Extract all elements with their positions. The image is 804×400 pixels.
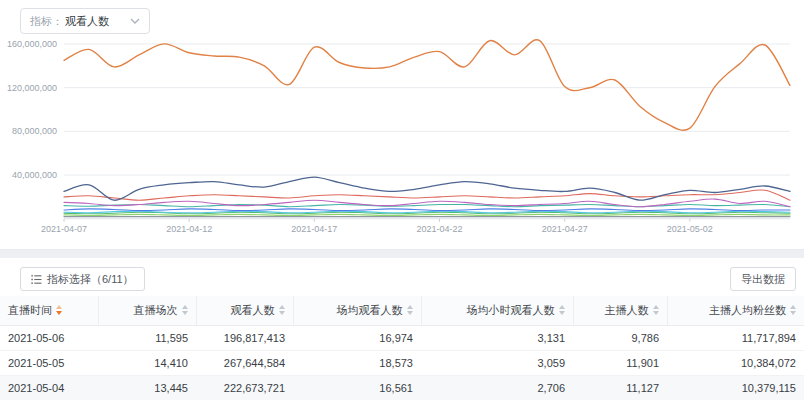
metric-dropdown-value: 观看人数: [65, 14, 130, 29]
sort-icon[interactable]: [407, 305, 413, 315]
table-toolbar: 指标选择（6/11） 导出数据: [0, 258, 804, 296]
column-header-6[interactable]: 主播人均粉丝数: [667, 296, 804, 325]
cell-value: 11,901: [573, 350, 667, 375]
cell-value: 3,131: [421, 325, 573, 350]
x-axis-label: 2021-04-27: [542, 224, 588, 234]
column-label: 观看人数: [231, 303, 275, 318]
column-label: 场均观看人数: [337, 303, 403, 318]
y-axis-label: 160,000,000: [7, 39, 57, 49]
chart-series-teal: [64, 204, 790, 206]
metric-select-dropdown[interactable]: 指标： 观看人数: [20, 8, 150, 34]
cell-value: 9,786: [573, 325, 667, 350]
cell-value: 11,127: [573, 375, 667, 400]
cell-value: 267,644,584: [196, 350, 293, 375]
trend-chart[interactable]: 160,000,000120,000,00080,000,00040,000,0…: [0, 0, 804, 249]
column-label: 直播场次: [134, 303, 178, 318]
chart-series-orange: [64, 40, 790, 131]
table-header-row: 直播时间直播场次观看人数场均观看人数场均小时观看人数主播人数主播人均粉丝数: [0, 296, 804, 325]
column-label: 主播人均粉丝数: [709, 303, 786, 318]
data-table-card: 指标选择（6/11） 导出数据 直播时间直播场次观看人数场均观看人数场均小时观看…: [0, 258, 804, 400]
column-header-0[interactable]: 直播时间: [0, 296, 98, 325]
cell-value: 10,384,072: [667, 350, 804, 375]
cell-date: 2021-05-06: [0, 325, 98, 350]
cell-value: 16,974: [293, 325, 421, 350]
sort-icon[interactable]: [56, 305, 62, 315]
column-header-3[interactable]: 场均观看人数: [293, 296, 421, 325]
x-axis-label: 2021-04-12: [166, 224, 212, 234]
export-data-button[interactable]: 导出数据: [730, 267, 796, 291]
chevron-down-icon: [130, 18, 140, 24]
cell-value: 10,379,115: [667, 375, 804, 400]
cell-value: 3,059: [421, 350, 573, 375]
y-axis-label: 120,000,000: [7, 83, 57, 93]
cell-value: 11,595: [98, 325, 196, 350]
metrics-table: 直播时间直播场次观看人数场均观看人数场均小时观看人数主播人数主播人均粉丝数 20…: [0, 296, 804, 400]
sort-icon[interactable]: [559, 305, 565, 315]
sort-icon[interactable]: [790, 305, 796, 315]
cell-value: 222,673,721: [196, 375, 293, 400]
table-body: 2021-05-0611,595196,817,41316,9743,1319,…: [0, 325, 804, 400]
metric-filter-label: 指标选择（6/11）: [47, 272, 134, 287]
table-row[interactable]: 2021-05-0611,595196,817,41316,9743,1319,…: [0, 325, 804, 350]
column-label: 直播时间: [8, 303, 52, 318]
column-header-2[interactable]: 观看人数: [196, 296, 293, 325]
sort-icon[interactable]: [653, 305, 659, 315]
list-icon: [31, 274, 42, 285]
cell-value: 14,410: [98, 350, 196, 375]
cell-value: 18,573: [293, 350, 421, 375]
cell-value: 11,717,894: [667, 325, 804, 350]
x-axis-label: 2021-05-02: [667, 224, 713, 234]
cell-date: 2021-05-05: [0, 350, 98, 375]
cell-date: 2021-05-04: [0, 375, 98, 400]
cell-value: 16,561: [293, 375, 421, 400]
sort-icon[interactable]: [279, 305, 285, 315]
cell-value: 196,817,413: [196, 325, 293, 350]
y-axis-label: 40,000,000: [12, 170, 57, 180]
section-divider: [0, 249, 804, 258]
metric-filter-button[interactable]: 指标选择（6/11）: [20, 267, 145, 291]
cell-value: 13,445: [98, 375, 196, 400]
x-axis-label: 2021-04-17: [291, 224, 337, 234]
table-row[interactable]: 2021-05-0413,445222,673,72116,5612,70611…: [0, 375, 804, 400]
chart-series-light-green: [64, 214, 790, 215]
metric-dropdown-label: 指标：: [30, 14, 63, 29]
cell-value: 2,706: [421, 375, 573, 400]
x-axis-label: 2021-04-07: [41, 224, 87, 234]
column-label: 场均小时观看人数: [467, 303, 555, 318]
table-row[interactable]: 2021-05-0514,410267,644,58418,5733,05911…: [0, 350, 804, 375]
trend-chart-card: 指标： 观看人数 160,000,000120,000,00080,000,00…: [0, 0, 804, 249]
export-data-label: 导出数据: [741, 272, 785, 287]
column-label: 主播人数: [605, 303, 649, 318]
column-header-5[interactable]: 主播人数: [573, 296, 667, 325]
chart-series-blue: [64, 209, 790, 211]
x-axis-label: 2021-04-22: [416, 224, 462, 234]
column-header-1[interactable]: 直播场次: [98, 296, 196, 325]
sort-icon[interactable]: [182, 305, 188, 315]
column-header-4[interactable]: 场均小时观看人数: [421, 296, 573, 325]
y-axis-label: 80,000,000: [12, 126, 57, 136]
